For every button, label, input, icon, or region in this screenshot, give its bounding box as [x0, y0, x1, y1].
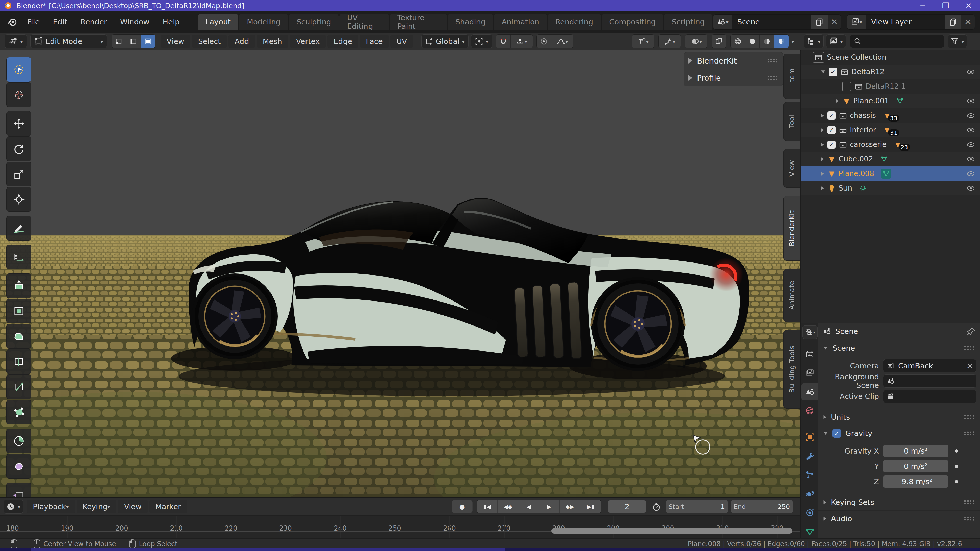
expander-icon[interactable]: [821, 143, 824, 147]
properties-tab-object-data[interactable]: [801, 523, 818, 538]
remove-view-layer-button[interactable]: ✕: [961, 14, 975, 29]
y-slider[interactable]: 0 m/s²: [883, 460, 948, 472]
transform-orientation[interactable]: Global▾: [422, 35, 469, 48]
workspace-tab-shading[interactable]: Shading: [448, 14, 493, 30]
workspace-tab-scripting[interactable]: Scripting: [664, 14, 712, 30]
properties-tab-view-layer[interactable]: [801, 364, 818, 382]
app-menu-help[interactable]: Help: [156, 14, 186, 30]
mode-selector[interactable]: Edit Mode ▾: [30, 35, 107, 48]
tool-spin[interactable]: [6, 429, 32, 453]
viewport-menu-select[interactable]: Select: [192, 35, 227, 48]
properties-tab-particles[interactable]: [801, 466, 818, 484]
sidebar-tab-blenderkit[interactable]: BlenderKit: [783, 196, 800, 261]
current-frame-field[interactable]: 2: [608, 500, 646, 513]
sidebar-tab-item[interactable]: Item: [783, 54, 800, 99]
animate-dot-icon[interactable]: [955, 465, 958, 468]
timeline-menu-marker[interactable]: Marker: [149, 500, 187, 513]
outliner-row-interior[interactable]: ✓Interior31: [801, 123, 980, 137]
viewport-menu-add[interactable]: Add: [228, 35, 255, 48]
hide-in-viewport-eye-icon[interactable]: [966, 140, 975, 149]
unlink-scene-button[interactable]: ✕: [828, 14, 841, 29]
shading-solid-button[interactable]: [745, 35, 760, 48]
properties-tab-world[interactable]: [801, 402, 818, 419]
panel-header-keying-sets[interactable]: Keying Sets: [818, 494, 980, 510]
editor-type-3d-viewport[interactable]: ▾: [5, 35, 27, 48]
hide-in-viewport-eye-icon[interactable]: [966, 169, 975, 178]
edge-select-button[interactable]: [126, 35, 141, 48]
expander-icon[interactable]: [821, 70, 825, 73]
timeline-menu-view[interactable]: View: [118, 500, 148, 513]
shading-rendered-button[interactable]: [774, 35, 789, 48]
expander-icon[interactable]: [835, 99, 838, 103]
workspace-tab-modeling[interactable]: Modeling: [239, 14, 288, 30]
workspace-tab-texture-paint[interactable]: Texture Paint: [390, 14, 447, 30]
hide-in-viewport-eye-icon[interactable]: [966, 67, 975, 76]
tool-rotate[interactable]: [6, 137, 32, 161]
panel-grip-icon[interactable]: [767, 75, 779, 80]
new-view-layer-button[interactable]: [945, 14, 961, 29]
xray-toggle[interactable]: [711, 35, 726, 48]
show-gizmo-toggle[interactable]: ▾: [659, 35, 681, 48]
hide-in-viewport-eye-icon[interactable]: [966, 125, 975, 135]
timeline-scrollbar[interactable]: [551, 528, 792, 534]
pin-icon[interactable]: [967, 327, 976, 336]
expander-icon[interactable]: [821, 128, 824, 132]
panel-grip-icon[interactable]: [964, 516, 975, 521]
proportional-falloff-dropdown[interactable]: ▾: [551, 35, 573, 48]
properties-tab-object[interactable]: [801, 429, 818, 446]
viewport-menu-vertex[interactable]: Vertex: [290, 35, 326, 48]
workspace-tab-rendering[interactable]: Rendering: [548, 14, 601, 30]
outliner-row-plane-001[interactable]: Plane.001: [801, 94, 980, 108]
outliner-row-cube-002[interactable]: Cube.002: [801, 152, 980, 166]
face-select-button[interactable]: [141, 35, 155, 48]
timeline-menu-keying[interactable]: Keying ▾: [76, 500, 116, 513]
new-scene-button[interactable]: [811, 14, 828, 29]
editor-type-timeline[interactable]: ▾: [3, 500, 23, 513]
panel-grip-icon[interactable]: [767, 58, 779, 63]
clear-field-icon[interactable]: ✕: [967, 362, 973, 370]
sidebar-tab-building-tools[interactable]: Building Tools: [783, 330, 800, 409]
tool-scale[interactable]: [6, 162, 32, 186]
viewport-menu-edge[interactable]: Edge: [328, 35, 358, 48]
outliner-row-plane-008[interactable]: Plane.008: [801, 166, 980, 181]
shading-dropdown[interactable]: ▾: [791, 39, 794, 44]
npanel-section-profile[interactable]: Profile: [684, 69, 783, 86]
exclude-checkbox[interactable]: ✓: [827, 141, 835, 149]
workspace-tab-sculpting[interactable]: Sculpting: [289, 14, 339, 30]
prev-keyframe-button[interactable]: ◀◆: [498, 500, 518, 513]
workspace-tab-uv-editing[interactable]: UV Editing: [339, 14, 389, 30]
minimize-button[interactable]: ─: [911, 0, 934, 11]
properties-tab-scene[interactable]: [801, 383, 818, 400]
panel-header-audio[interactable]: Audio: [818, 510, 980, 527]
start-frame-field[interactable]: Start1: [666, 500, 728, 513]
outliner-filter-button[interactable]: ▾: [948, 35, 967, 48]
tool-inset-faces[interactable]: [6, 299, 32, 324]
animate-dot-icon[interactable]: [955, 480, 958, 483]
shading-wireframe-button[interactable]: [731, 35, 745, 48]
expander-icon[interactable]: [821, 114, 824, 118]
tool-move[interactable]: [6, 111, 32, 136]
exclude-checkbox[interactable]: ✓: [827, 111, 835, 120]
jump-to-end-button[interactable]: ▶▮: [580, 500, 601, 513]
outliner-row-deltar12[interactable]: ✓DeltaR12: [801, 65, 980, 79]
properties-tab-modifiers[interactable]: [801, 448, 818, 465]
tool-poly-build[interactable]: [6, 400, 32, 424]
sidebar-tab-tool[interactable]: Tool: [783, 102, 800, 141]
editor-type-properties[interactable]: ▾: [802, 326, 818, 339]
exclude-checkbox[interactable]: ✓: [827, 126, 835, 134]
expander-icon[interactable]: [821, 186, 824, 190]
background-scene-field[interactable]: [883, 375, 977, 388]
gravity-x-slider[interactable]: 0 m/s²: [883, 445, 948, 457]
object-type-visibility[interactable]: ▾: [632, 35, 654, 48]
panel-grip-icon[interactable]: [964, 431, 975, 436]
expander-icon[interactable]: [821, 171, 824, 176]
properties-tab-physics[interactable]: [801, 485, 818, 503]
panel-grip-icon[interactable]: [964, 414, 975, 420]
outliner-row-deltar12-1[interactable]: DeltaR12 1: [801, 79, 980, 94]
app-menu-file[interactable]: File: [21, 14, 46, 30]
view-layer-selector[interactable]: ▾ View Layer ✕: [847, 14, 975, 30]
tool-loop-cut[interactable]: [6, 349, 32, 374]
app-menu-render[interactable]: Render: [74, 14, 114, 30]
animate-dot-icon[interactable]: [955, 449, 958, 453]
tool-extrude-region[interactable]: [6, 273, 32, 298]
